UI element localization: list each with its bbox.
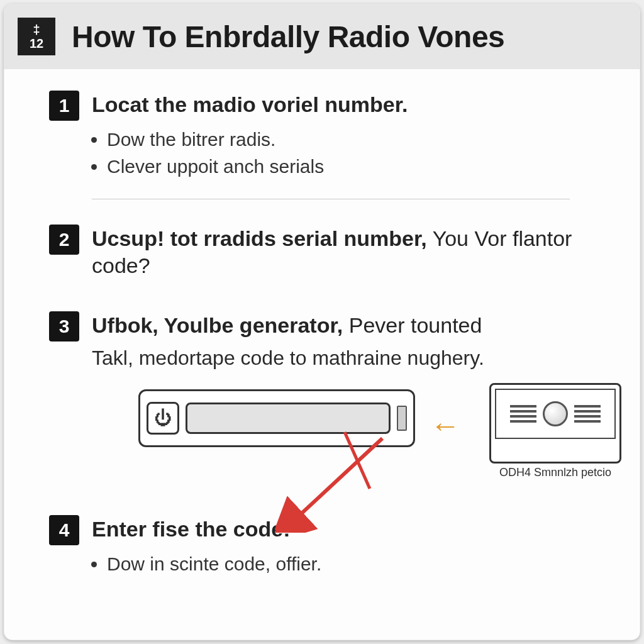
step-4-number: 4: [49, 515, 79, 545]
section-divider: [92, 199, 570, 199]
step-4-title: Enter fise the code:: [92, 516, 291, 543]
radio-caption: ODH4 Smnnlzh petcio: [489, 466, 621, 479]
step-2: 2 Ucsup! tot rradids serial number, You …: [49, 225, 595, 279]
step-1-title-bold: Locat the madio voriel number.: [92, 92, 408, 116]
step-4: 4 Enter fise the code: Dow in scinte cod…: [49, 515, 595, 576]
step-1-title: Locat the madio voriel number.: [92, 91, 408, 118]
step-2-title: Ucsup! tot rradids serial number, You Vo…: [92, 225, 595, 279]
header-badge-number: 12: [30, 37, 43, 50]
step-3-title-rest: Pever tounted: [343, 313, 482, 337]
list-item: Clever uppoit anch serials: [107, 154, 595, 179]
step-2-head: 2 Ucsup! tot rradids serial number, You …: [49, 225, 595, 279]
step-2-number: 2: [49, 225, 79, 255]
step-4-title-bold: Enter fise the code:: [92, 517, 291, 541]
step-3-body: Takl, medortape code to mathraine nugher…: [92, 345, 595, 372]
radio-dial-icon: [543, 401, 568, 426]
radio-front-illustration: ⏻: [138, 389, 415, 447]
instruction-card: ‡ 12 How To Enbrdally Radio Vones 1 Loca…: [4, 4, 640, 640]
step-4-bullets: Dow in scinte code, offier.: [107, 552, 595, 576]
step-3: 3 Ufbok, Youlbe generator, Pever tounted…: [49, 311, 595, 372]
page-title: How To Enbrdally Radio Vones: [72, 19, 504, 54]
radio-back-inner: [495, 389, 616, 439]
step-3-title: Ufbok, Youlbe generator, Pever tounted: [92, 312, 482, 339]
step-1-number: 1: [49, 91, 79, 121]
step-4-head: 4 Enter fise the code:: [49, 515, 595, 545]
step-3-head: 3 Ufbok, Youlbe generator, Pever tounted: [49, 311, 595, 341]
step-1: 1 Locat the madio voriel number. Dow the…: [49, 91, 595, 179]
step-2-title-bold: Ucsup! tot rradids serial number,: [92, 226, 427, 250]
svg-line-0: [294, 438, 382, 520]
arrow-left-icon: ←: [430, 408, 460, 443]
list-item: Dow in scinte code, offier.: [107, 552, 595, 576]
header-bar: ‡ 12 How To Enbrdally Radio Vones: [4, 4, 640, 69]
radio-grille-left: [510, 405, 536, 423]
radio-back-illustration: [489, 383, 621, 464]
step-3-number: 3: [49, 311, 79, 341]
step-1-head: 1 Locat the madio voriel number.: [49, 91, 595, 121]
header-badge: ‡ 12: [18, 18, 55, 55]
radio-display: [186, 402, 391, 434]
step-1-bullets: Dow the bitrer radis. Clever uppoit anch…: [107, 127, 595, 179]
radio-side-button: [397, 406, 407, 431]
radio-grille-right: [574, 405, 601, 423]
content-area: 1 Locat the madio voriel number. Dow the…: [4, 69, 640, 576]
power-icon: ⏻: [147, 402, 179, 435]
header-badge-glyph: ‡: [33, 23, 40, 36]
step-3-title-bold: Ufbok, Youlbe generator,: [92, 313, 343, 337]
diagram-area: ⏻ ← ODH4 Smnnlzh petcio: [49, 383, 595, 515]
list-item: Dow the bitrer radis.: [107, 127, 595, 152]
